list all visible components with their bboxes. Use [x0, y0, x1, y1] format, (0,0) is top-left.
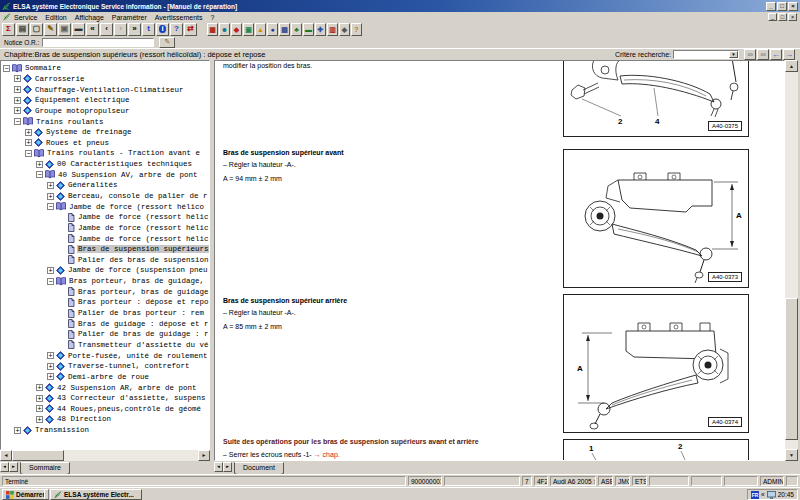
tree-item[interactable]: Palier de bras de guidage : r: [1, 329, 209, 340]
tree-item[interactable]: +Généralités: [1, 180, 209, 191]
notice-input[interactable]: [42, 38, 154, 47]
menu-item[interactable]: Paramétrer: [112, 14, 147, 21]
tree-item[interactable]: +Chauffage-Ventilation-Climatiseur: [1, 84, 209, 95]
tree-item[interactable]: −Bras porteur, bras de guidage,: [1, 276, 209, 287]
tree-item[interactable]: +Demi-arbre de roue: [1, 372, 209, 383]
collapse-icon[interactable]: −: [3, 65, 10, 72]
tree-item[interactable]: +44 Roues,pneus,contrôle de géomé: [1, 404, 209, 415]
scroll-left-icon[interactable]: ◄: [0, 450, 12, 461]
new-document-button[interactable]: ▢: [30, 23, 43, 36]
tree-item[interactable]: −40 Suspension AV, arbre de pont: [1, 169, 209, 180]
collapse-icon[interactable]: −: [14, 118, 21, 125]
scroll-thumb[interactable]: [785, 298, 798, 440]
exit-button[interactable]: Σ: [2, 23, 15, 36]
search-combo[interactable]: ▼: [673, 50, 739, 59]
close-button[interactable]: ×: [788, 2, 798, 11]
tree-item[interactable]: −Jambe de force (ressort hélico: [1, 201, 209, 212]
nav-next-button[interactable]: ›: [114, 23, 127, 36]
expand-icon[interactable]: +: [47, 193, 54, 200]
tree-item[interactable]: +Groupe motopropulseur: [1, 106, 209, 117]
clock[interactable]: 20:45: [778, 491, 794, 498]
expand-icon[interactable]: +: [14, 75, 21, 82]
expand-icon[interactable]: +: [47, 267, 54, 274]
doc-remove-button[interactable]: ▥: [327, 23, 338, 36]
tree-item[interactable]: +42 Suspension AR, arbre de pont: [1, 382, 209, 393]
collapse-icon[interactable]: −: [47, 203, 54, 210]
language-indicator[interactable]: FR: [751, 491, 759, 499]
scroll-right-icon[interactable]: ►: [198, 450, 210, 461]
search-docs-button[interactable]: ◈: [339, 23, 350, 36]
tree-item[interactable]: Bras de suspension supérieurs: [1, 244, 209, 255]
tree-item[interactable]: Bras porteur, bras de guidage: [1, 286, 209, 297]
tab-scroll-left-icon[interactable]: ◄: [0, 462, 9, 472]
tree-item[interactable]: Transmetteur d'assiette du vé: [1, 340, 209, 351]
tree-item[interactable]: +43 Correcteur d'assiette, suspens: [1, 393, 209, 404]
jump-button[interactable]: t: [142, 23, 155, 36]
tree-item[interactable]: +Porte-fusée, unité de roulement: [1, 350, 209, 361]
tree-item[interactable]: +48 Direction: [1, 414, 209, 425]
tree-item[interactable]: −Trains roulants: [1, 116, 209, 127]
tree-item[interactable]: +Roues et pneus: [1, 137, 209, 148]
menu-item[interactable]: Edition: [45, 14, 66, 21]
clipboard-button[interactable]: ▣: [58, 23, 71, 36]
sync-button[interactable]: ⇄: [184, 23, 197, 36]
nav-first-button[interactable]: «: [86, 23, 99, 36]
tree-item[interactable]: Jambe de force (ressort hélic: [1, 233, 209, 244]
help-button[interactable]: ?: [170, 23, 183, 36]
fern-button[interactable]: ♣: [291, 23, 302, 36]
expand-icon[interactable]: +: [14, 427, 21, 434]
expand-icon[interactable]: +: [47, 352, 54, 359]
info-button[interactable]: i: [156, 23, 169, 36]
tree-item[interactable]: +Traverse-tunnel, contrefort: [1, 361, 209, 372]
goto-next-hit-button[interactable]: →: [783, 49, 795, 60]
tab-scroll-right-icon[interactable]: ►: [9, 462, 18, 472]
globe-button[interactable]: ●: [267, 23, 278, 36]
combo-dropdown-icon[interactable]: ▼: [729, 51, 738, 58]
edit-document-button[interactable]: ✎: [44, 23, 57, 36]
menu-item[interactable]: Service: [14, 14, 37, 21]
chapter-link[interactable]: → chap.: [314, 451, 340, 458]
display-tray-icon[interactable]: [767, 491, 776, 499]
scroll-thumb[interactable]: [12, 450, 64, 461]
tray-expand-button[interactable]: «: [761, 491, 765, 498]
tree-item[interactable]: Bras de guidage : dépose et r: [1, 318, 209, 329]
notice-button[interactable]: ✎: [159, 37, 175, 48]
nav-prev-button[interactable]: ‹: [100, 23, 113, 36]
collapse-icon[interactable]: −: [36, 171, 43, 178]
warning-button[interactable]: ▲: [255, 23, 266, 36]
tree-item[interactable]: Bras porteur : dépose et repo: [1, 297, 209, 308]
tree-item[interactable]: Palier de bras porteur : rem: [1, 308, 209, 319]
user-button[interactable]: ☻: [219, 23, 230, 36]
doc-help-button[interactable]: ?: [351, 23, 362, 36]
expand-icon[interactable]: +: [14, 97, 21, 104]
menu-item[interactable]: Affichage: [75, 14, 104, 21]
manual-button[interactable]: ◆: [231, 23, 242, 36]
tree-item[interactable]: +Système de freinage: [1, 127, 209, 138]
monitor-button[interactable]: ▣: [243, 23, 254, 36]
tree-item[interactable]: +Transmission: [1, 425, 209, 436]
tree-item[interactable]: +Jambe de force (suspension pneu: [1, 265, 209, 276]
toc-horizontal-scrollbar[interactable]: ◄ ►: [0, 450, 210, 461]
tree-item[interactable]: −Sommaire: [1, 63, 209, 74]
scroll-down-icon[interactable]: ▼: [785, 449, 798, 461]
expand-icon[interactable]: +: [36, 416, 43, 423]
menu-item[interactable]: ?: [211, 14, 215, 21]
tree-item[interactable]: +Carrosserie: [1, 74, 209, 85]
tools-button[interactable]: ✚: [315, 23, 326, 36]
tab-scroll-right-icon[interactable]: ►: [223, 462, 232, 472]
restore-button[interactable]: □: [778, 13, 787, 21]
expand-icon[interactable]: +: [47, 182, 54, 189]
expand-icon[interactable]: +: [14, 86, 21, 93]
tree-item[interactable]: +Berceau, console de palier de r: [1, 191, 209, 202]
close-button[interactable]: ×: [788, 13, 797, 21]
tree-item[interactable]: Jambe de force (ressort hélic: [1, 223, 209, 234]
scroll-up-icon[interactable]: ▲: [785, 60, 798, 72]
collapse-icon[interactable]: −: [47, 278, 54, 285]
expand-icon[interactable]: +: [36, 161, 43, 168]
tree-item[interactable]: +Équipement électrique: [1, 95, 209, 106]
expand-icon[interactable]: +: [36, 384, 43, 391]
car-button[interactable]: ▬: [72, 23, 85, 36]
start-button[interactable]: Démarrer: [2, 489, 49, 500]
expand-icon[interactable]: +: [47, 363, 54, 370]
goto-prev-hit-button[interactable]: ←: [770, 49, 782, 60]
